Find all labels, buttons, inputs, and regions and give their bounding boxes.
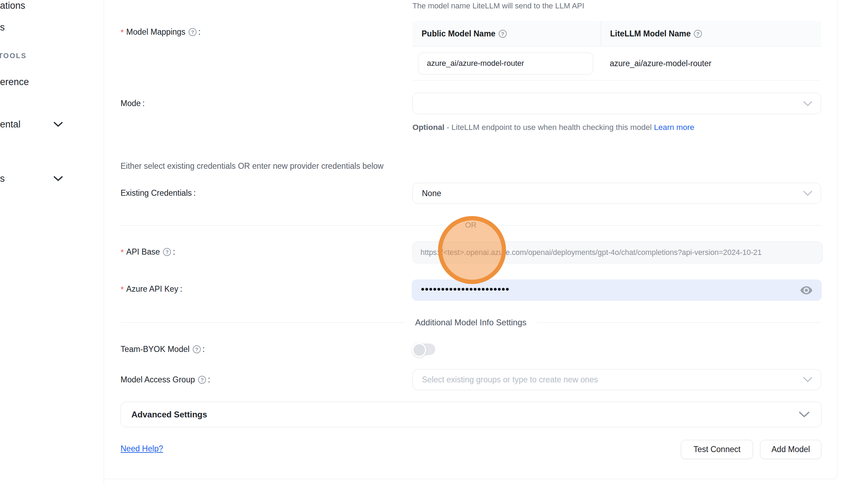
mode-select[interactable] [412, 93, 821, 114]
column-header-label: Public Model Name [422, 29, 495, 39]
label-text: Azure API Key [126, 284, 178, 294]
divider-line [121, 323, 405, 323]
column-header-label: LiteLLM Model Name [610, 29, 691, 39]
chevron-down-icon [798, 411, 810, 418]
model-mappings-table: Public Model Name ? LiteLLM Model Name ?… [412, 21, 821, 81]
label-colon: : [208, 375, 210, 384]
label-text: Mode [121, 99, 141, 108]
label-text: Team-BYOK Model [121, 345, 190, 354]
select-arrow-icon [802, 376, 813, 383]
litellm-model-name-value: azure_ai/azure-model-router [610, 59, 711, 68]
help-question-icon[interactable]: ? [189, 28, 197, 36]
litellm-model-name-cell: azure_ai/azure-model-router [601, 59, 821, 68]
model-mappings-label: * Model Mappings ? : [121, 26, 201, 38]
table-row: azure_ai/azure-model-router [412, 47, 821, 81]
existing-credentials-label: Existing Credentials : [121, 187, 196, 199]
help-question-icon[interactable]: ? [499, 30, 507, 38]
eye-icon[interactable] [800, 285, 813, 295]
advanced-settings-label: Advanced Settings [121, 410, 207, 420]
mode-help-text: Optional - LiteLLM endpoint to use when … [412, 120, 696, 134]
existing-credentials-select[interactable]: None [412, 183, 821, 204]
toggle-knob [412, 343, 426, 357]
team-byok-toggle[interactable] [413, 344, 435, 355]
label-text: Model Mappings [126, 27, 185, 37]
sidebar-item-truncated-5[interactable]: s [0, 173, 5, 185]
public-model-name-input[interactable] [418, 53, 593, 75]
divider-line [486, 225, 821, 226]
additional-settings-divider-text: Additional Model Info Settings [405, 318, 537, 327]
azure-api-key-label: * Azure API Key : [121, 283, 182, 295]
model-name-helper-text: The model name LiteLLM will send to the … [412, 1, 584, 11]
divider-line [537, 323, 821, 323]
label-colon: : [143, 99, 145, 108]
add-model-button[interactable]: Add Model [760, 440, 821, 459]
question-glyph: ? [200, 377, 204, 383]
column-header-public-model-name: Public Model Name ? [412, 29, 601, 39]
help-question-icon[interactable]: ? [198, 376, 206, 384]
public-model-name-cell [412, 53, 601, 75]
sidebar: ations s TOOLS erence ental s [0, 0, 104, 485]
test-connect-button[interactable]: Test Connect [681, 440, 753, 459]
help-text: - LiteLLM endpoint to use when health ch… [444, 123, 654, 132]
model-access-group-select[interactable]: Select existing groups or type to create… [412, 369, 821, 390]
label-colon: : [193, 188, 196, 198]
question-glyph: ? [191, 29, 194, 35]
label-colon: : [203, 345, 205, 354]
select-arrow-icon [802, 100, 813, 107]
need-help-link[interactable]: Need Help? [121, 444, 163, 453]
learn-more-link[interactable]: Learn more [654, 123, 694, 132]
required-asterisk: * [121, 28, 124, 37]
team-byok-label: Team-BYOK Model ? : [121, 343, 205, 355]
help-question-icon[interactable]: ? [163, 248, 171, 256]
sidebar-item-label: ental [0, 119, 21, 130]
chevron-down-icon[interactable] [53, 176, 63, 182]
sidebar-item-label: s [0, 173, 5, 184]
table-header-row: Public Model Name ? LiteLLM Model Name ? [412, 21, 821, 47]
model-access-group-label: Model Access Group ? : [121, 374, 210, 386]
label-text: API Base [126, 247, 160, 257]
existing-credentials-value: None [413, 189, 441, 198]
masked-password-dots: •••••••••••••••••••••• [412, 284, 510, 295]
question-glyph: ? [696, 31, 699, 37]
api-base-label: * API Base ? : [121, 246, 175, 258]
help-question-icon[interactable]: ? [694, 30, 702, 38]
sidebar-item-label: erence [0, 77, 29, 88]
sidebar-item-truncated-2[interactable]: s [0, 22, 5, 33]
select-arrow-icon [802, 190, 813, 197]
divider-line [121, 225, 456, 226]
sidebar-item-label: ations [0, 0, 25, 11]
question-glyph: ? [501, 31, 504, 37]
additional-settings-divider: Additional Model Info Settings [121, 314, 821, 331]
help-question-icon[interactable]: ? [193, 345, 201, 353]
question-glyph: ? [165, 249, 169, 255]
sidebar-section-label: TOOLS [0, 52, 27, 60]
add-model-page: ations s TOOLS erence ental s The model … [0, 0, 868, 485]
label-text: Model Access Group [121, 375, 195, 384]
question-glyph: ? [195, 346, 198, 352]
label-colon: : [173, 247, 175, 257]
required-asterisk: * [121, 248, 124, 257]
sidebar-item-truncated-1[interactable]: ations [0, 0, 25, 11]
column-header-litellm-model-name: LiteLLM Model Name ? [601, 21, 821, 46]
label-colon: : [180, 284, 182, 294]
sidebar-item-label: s [0, 22, 5, 33]
sidebar-section-tools: TOOLS [0, 52, 27, 60]
label-colon: : [198, 27, 200, 37]
label-text: Existing Credentials [121, 188, 192, 198]
mode-label: Mode : [121, 97, 145, 109]
sidebar-item-truncated-3[interactable]: erence [0, 76, 29, 88]
sidebar-item-truncated-4[interactable]: ental [0, 118, 21, 130]
advanced-settings-panel[interactable]: Advanced Settings [121, 402, 822, 427]
click-indicator-circle [438, 216, 506, 284]
chevron-down-icon[interactable] [53, 122, 63, 127]
required-asterisk: * [121, 285, 124, 295]
model-access-group-placeholder: Select existing groups or type to create… [413, 375, 598, 384]
optional-bold: Optional [412, 123, 444, 132]
credentials-note: Either select existing credentials OR en… [121, 161, 383, 171]
